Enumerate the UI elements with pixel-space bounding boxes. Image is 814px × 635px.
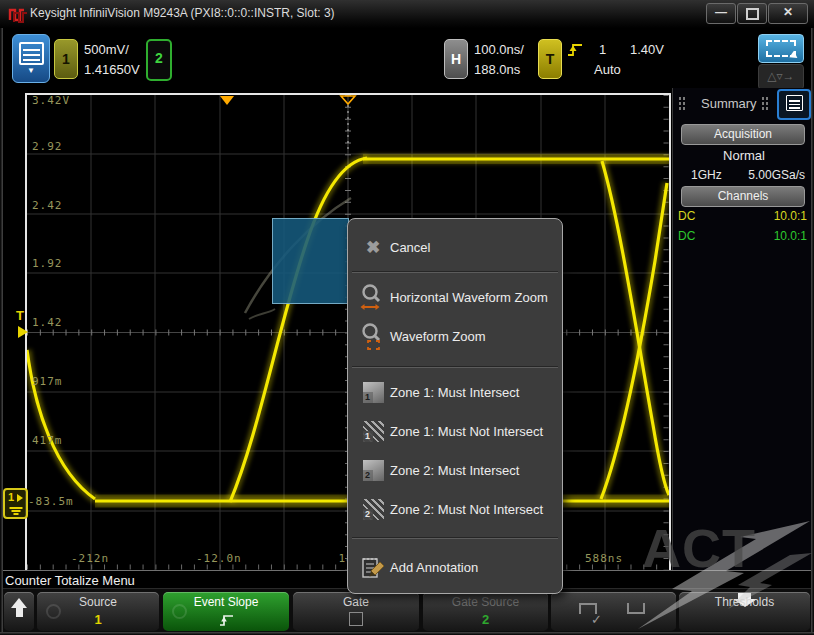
titlebar: Keysight InfiniiVision M9243A (PXI8::0::… bbox=[0, 0, 814, 29]
softkey-source[interactable]: Source 1 bbox=[37, 592, 159, 631]
horizontal-delay: 188.0ns bbox=[474, 60, 524, 80]
softkey-gate[interactable]: Gate bbox=[293, 592, 419, 631]
menu-item-label: Zone 1: Must Intersect bbox=[390, 385, 519, 400]
zone2-hatched-icon: 2 bbox=[363, 499, 384, 520]
menu-item-label: Horizontal Waveform Zoom bbox=[390, 290, 548, 305]
window-frame bbox=[0, 28, 3, 635]
sample-rate-value: 5.00GSa/s bbox=[748, 168, 805, 182]
acquisition-section-button[interactable]: Acquisition bbox=[681, 124, 805, 145]
trigger-level[interactable]: 1.40V bbox=[630, 40, 664, 60]
maximize-icon bbox=[746, 8, 759, 20]
panel-grip-handle[interactable] bbox=[761, 96, 768, 112]
channel1-readout[interactable]: 500mV/ 1.41650V bbox=[84, 40, 140, 80]
trigger-mode[interactable]: Auto bbox=[594, 60, 621, 80]
menu-separator bbox=[352, 537, 558, 539]
x-axis-label: 588ns bbox=[583, 552, 625, 565]
waveform-drag-icon: △▿→ bbox=[767, 69, 794, 83]
horizontal-readout[interactable]: 100.0ns/ 188.0ns bbox=[474, 40, 524, 80]
ch1-ground-marker[interactable]: 1 bbox=[3, 488, 28, 519]
softkey-bar: Source 1 Event Slope Gate Gate Source 2 … bbox=[0, 588, 814, 635]
ch2-probe-ratio: 10.0:1 bbox=[774, 229, 807, 243]
menu-item-label: Cancel bbox=[390, 240, 430, 255]
trigger-time-marker[interactable] bbox=[220, 96, 234, 105]
summary-panel: Summary Acquisition Normal 1GHz 5.00GSa/… bbox=[672, 88, 814, 571]
channel1-button[interactable]: 1 bbox=[54, 39, 78, 79]
horizontal-scale: 100.0ns/ bbox=[474, 40, 524, 60]
back-button[interactable] bbox=[4, 592, 34, 631]
panel-grip-handle[interactable] bbox=[678, 96, 685, 112]
rising-edge-icon bbox=[219, 613, 235, 628]
menu-separator bbox=[352, 366, 558, 368]
keysight-logo-icon bbox=[8, 6, 30, 23]
menu-item-zone2-must-not-intersect[interactable]: 2 Zone 2: Must Not Intersect bbox=[356, 491, 554, 527]
check-icon: ✓ bbox=[591, 612, 602, 627]
waveform-zoom-icon bbox=[360, 322, 386, 350]
panel-menu-icon bbox=[786, 95, 803, 111]
softkey-thresholds[interactable]: Thresholds bbox=[679, 592, 810, 631]
waveform-display[interactable]: 3.42V 2.92 2.42 1.92 1.42 917m 417m -83.… bbox=[0, 88, 672, 570]
softkey-label: Gate Source bbox=[423, 595, 548, 609]
zone-selection-rectangle[interactable] bbox=[272, 218, 349, 304]
softkey-label: Source bbox=[37, 595, 159, 609]
menu-item-zone1-must-intersect[interactable]: 1 Zone 1: Must Intersect bbox=[356, 374, 554, 410]
close-button[interactable]: ✕ bbox=[768, 3, 808, 24]
ch1-probe-ratio: 10.0:1 bbox=[774, 209, 807, 223]
softkey-totalize-pulses[interactable]: ✓ bbox=[551, 592, 676, 631]
trigger-level-marker[interactable] bbox=[18, 326, 28, 338]
channel2-button[interactable]: 2 bbox=[146, 39, 172, 81]
horizontal-zoom-icon bbox=[360, 283, 386, 311]
main-menu-button[interactable]: ▼ bbox=[12, 34, 50, 83]
acquisition-mode: Normal bbox=[673, 148, 814, 163]
menu-item-label: Zone 2: Must Not Intersect bbox=[390, 502, 543, 517]
trigger-button[interactable]: T bbox=[538, 39, 562, 79]
y-axis-label: 2.92 bbox=[32, 140, 63, 153]
x-axis-label: -12.0n bbox=[196, 552, 240, 565]
y-axis-label: 417m bbox=[32, 434, 63, 447]
menu-item-waveform-zoom[interactable]: Waveform Zoom bbox=[356, 318, 554, 354]
x-axis-label: -212n bbox=[71, 552, 109, 565]
minimize-button[interactable]: — bbox=[706, 3, 736, 24]
menu-item-add-annotation[interactable]: Add Annotation bbox=[356, 549, 554, 585]
menu-item-label: Add Annotation bbox=[390, 560, 478, 575]
y-axis-label: -83.5m bbox=[28, 495, 74, 508]
softkey-label: Event Slope bbox=[163, 595, 289, 609]
up-arrow-icon bbox=[11, 598, 27, 608]
y-axis-label: 3.42V bbox=[32, 94, 70, 107]
channels-section-button[interactable]: Channels bbox=[681, 186, 805, 207]
menu-icon bbox=[19, 42, 44, 65]
maximize-button[interactable] bbox=[737, 3, 767, 24]
softkey-menu-title: Counter Totalize Menu bbox=[5, 573, 135, 588]
softkey-gate-source[interactable]: Gate Source 2 bbox=[423, 592, 548, 631]
ch1-marker-label: 1 bbox=[8, 491, 14, 503]
menu-item-horizontal-waveform-zoom[interactable]: Horizontal Waveform Zoom bbox=[356, 279, 554, 315]
menu-item-cancel[interactable]: ✖ Cancel bbox=[356, 229, 554, 265]
menu-item-zone1-must-not-intersect[interactable]: 1 Zone 1: Must Not Intersect bbox=[356, 413, 554, 449]
ch1-coupling: DC bbox=[678, 209, 695, 223]
menu-separator bbox=[352, 271, 558, 273]
menu-item-label: Zone 1: Must Not Intersect bbox=[390, 424, 543, 439]
softkey-event-slope[interactable]: Event Slope bbox=[163, 592, 289, 631]
waveform-drag-tool-button[interactable]: △▿→ bbox=[758, 64, 804, 90]
gate-checkbox[interactable] bbox=[349, 612, 363, 626]
menu-item-zone2-must-intersect[interactable]: 2 Zone 2: Must Intersect bbox=[356, 452, 554, 488]
panel-menu-button[interactable] bbox=[777, 89, 811, 120]
cancel-x-icon: ✖ bbox=[366, 237, 380, 258]
add-annotation-icon bbox=[361, 555, 386, 580]
y-axis-label: 2.42 bbox=[32, 199, 63, 212]
bandwidth-value: 1GHz bbox=[691, 168, 722, 182]
softkey-value: 1 bbox=[37, 612, 159, 627]
chevron-down-icon: ▼ bbox=[13, 67, 49, 75]
menu-item-label: Waveform Zoom bbox=[390, 329, 486, 344]
trigger-source[interactable]: 1 bbox=[599, 40, 606, 60]
ch2-coupling: DC bbox=[678, 229, 695, 243]
zone1-solid-icon: 1 bbox=[363, 382, 384, 403]
menu-item-label: Zone 2: Must Intersect bbox=[390, 463, 519, 478]
horizontal-button[interactable]: H bbox=[444, 39, 468, 79]
zone-select-tool-button[interactable] bbox=[758, 34, 804, 63]
ground-icon bbox=[9, 507, 22, 509]
softkey-label: Thresholds bbox=[679, 595, 810, 609]
summary-panel-title[interactable]: Summary bbox=[701, 96, 757, 111]
channel1-offset: 1.41650V bbox=[84, 60, 140, 80]
zone2-solid-icon: 2 bbox=[363, 460, 384, 481]
trigger-slope-rising-icon bbox=[566, 41, 584, 59]
